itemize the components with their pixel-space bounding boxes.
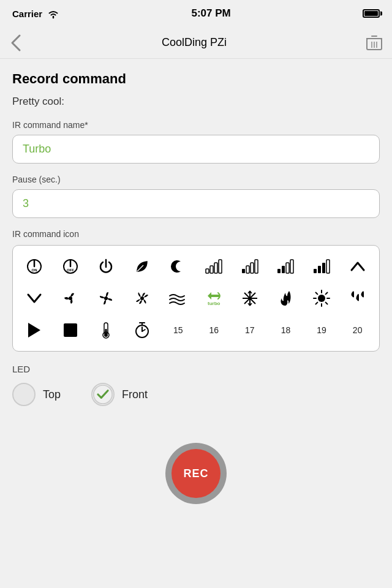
- svg-rect-26: [314, 269, 317, 273]
- icon-signal-2[interactable]: [235, 253, 265, 280]
- icon-fire[interactable]: [270, 285, 301, 312]
- icon-sun[interactable]: [306, 285, 337, 312]
- svg-rect-29: [326, 260, 330, 273]
- svg-rect-17: [219, 260, 222, 273]
- icon-num-15[interactable]: 15: [163, 317, 194, 344]
- svg-rect-14: [206, 269, 209, 273]
- nav-bar: CoolDing PZi: [0, 27, 392, 59]
- pretty-cool-label: Pretty cool:: [12, 96, 380, 108]
- ir-name-label: IR command name*: [12, 120, 380, 130]
- svg-rect-16: [214, 263, 217, 273]
- svg-point-32: [140, 296, 144, 300]
- svg-point-41: [318, 295, 325, 302]
- svg-rect-51: [64, 323, 77, 337]
- status-right: [363, 9, 380, 18]
- svg-rect-25: [290, 260, 293, 273]
- led-label: LED: [12, 364, 380, 374]
- icon-drops[interactable]: [342, 285, 373, 312]
- icon-snowflake[interactable]: [235, 285, 265, 312]
- icon-19-label: 19: [317, 325, 326, 335]
- icon-thermometer[interactable]: [91, 317, 121, 344]
- icon-num-20[interactable]: 20: [342, 317, 373, 344]
- icon-grid: ON OFF: [12, 245, 380, 352]
- icon-17-label: 17: [245, 325, 255, 335]
- ir-name-input[interactable]: [12, 135, 380, 164]
- icon-power-on[interactable]: ON: [19, 253, 50, 280]
- ir-icon-label: IR command icon: [12, 229, 380, 239]
- svg-rect-23: [282, 266, 285, 273]
- radio-option-top[interactable]: Top: [12, 383, 61, 406]
- trash-button[interactable]: [366, 34, 382, 51]
- radio-top-label: Top: [43, 388, 61, 401]
- svg-text:ON: ON: [32, 268, 37, 272]
- radio-group: Top Front: [12, 383, 380, 406]
- icon-16-label: 16: [209, 325, 219, 335]
- icon-num-19[interactable]: 19: [306, 317, 337, 344]
- checkmark-icon: [92, 383, 113, 406]
- svg-point-61: [94, 385, 112, 404]
- main-content: Record command Pretty cool: IR command n…: [0, 59, 392, 431]
- svg-rect-22: [277, 269, 281, 273]
- svg-line-46: [316, 293, 318, 295]
- nav-title: CoolDing PZi: [162, 36, 227, 49]
- svg-line-49: [316, 303, 318, 304]
- status-time: 5:07 PM: [191, 7, 230, 20]
- rec-container: REC: [0, 431, 392, 522]
- carrier-label: Carrier: [12, 9, 42, 19]
- pause-input[interactable]: [12, 189, 380, 218]
- pause-label: Pause (sec.): [12, 175, 380, 184]
- svg-marker-50: [28, 323, 40, 337]
- icon-wind[interactable]: [163, 285, 194, 312]
- rec-label: REC: [183, 467, 208, 480]
- status-left: Carrier: [12, 8, 59, 19]
- svg-rect-15: [210, 266, 213, 273]
- icon-signal-1[interactable]: [198, 253, 229, 280]
- svg-rect-19: [246, 266, 249, 273]
- svg-text:OFF: OFF: [67, 268, 74, 272]
- icon-chevron-up[interactable]: [342, 253, 373, 280]
- radio-front-circle[interactable]: [91, 383, 115, 406]
- icon-15-label: 15: [173, 325, 183, 335]
- icon-row-1: ON OFF: [17, 251, 375, 282]
- icon-row-3: 15 16 17 18 19 20: [17, 314, 375, 346]
- svg-rect-28: [322, 263, 325, 273]
- svg-line-47: [326, 303, 328, 304]
- icon-signal-3[interactable]: [270, 253, 301, 280]
- icon-leaf[interactable]: [127, 253, 157, 280]
- svg-line-48: [326, 293, 328, 295]
- svg-point-31: [104, 296, 108, 300]
- svg-rect-55: [105, 329, 107, 335]
- battery-icon: [363, 9, 380, 18]
- icon-fan-3[interactable]: [127, 285, 157, 312]
- icon-fan-2[interactable]: [91, 285, 121, 312]
- svg-rect-18: [242, 269, 245, 273]
- svg-rect-27: [318, 266, 321, 273]
- icon-signal-4[interactable]: [306, 253, 337, 280]
- rec-button[interactable]: REC: [165, 443, 227, 504]
- icon-num-17[interactable]: 17: [235, 317, 265, 344]
- icon-row-2: turbo: [17, 282, 375, 314]
- icon-chevron-down[interactable]: [19, 285, 50, 312]
- svg-rect-21: [255, 260, 258, 273]
- icon-play[interactable]: [19, 317, 50, 344]
- icon-18-label: 18: [281, 325, 291, 335]
- wifi-icon: [47, 8, 59, 19]
- icon-power-off[interactable]: OFF: [55, 253, 86, 280]
- back-button[interactable]: [10, 33, 22, 53]
- svg-rect-20: [251, 263, 254, 273]
- rec-inner-circle: REC: [172, 449, 221, 498]
- section-title: Record command: [12, 71, 380, 87]
- turbo-text: turbo: [208, 301, 220, 306]
- led-section: LED Top Front: [12, 364, 380, 431]
- radio-front-label: Front: [122, 388, 148, 401]
- radio-top-circle[interactable]: [12, 383, 36, 406]
- icon-num-16[interactable]: 16: [198, 317, 229, 344]
- icon-stop[interactable]: [55, 317, 86, 344]
- icon-moon[interactable]: [163, 253, 194, 280]
- icon-fan-1[interactable]: [55, 285, 86, 312]
- icon-power[interactable]: [91, 253, 121, 280]
- radio-option-front[interactable]: Front: [91, 383, 148, 406]
- icon-timer[interactable]: [127, 317, 157, 344]
- icon-num-18[interactable]: 18: [270, 317, 301, 344]
- icon-turbo[interactable]: turbo: [198, 285, 229, 312]
